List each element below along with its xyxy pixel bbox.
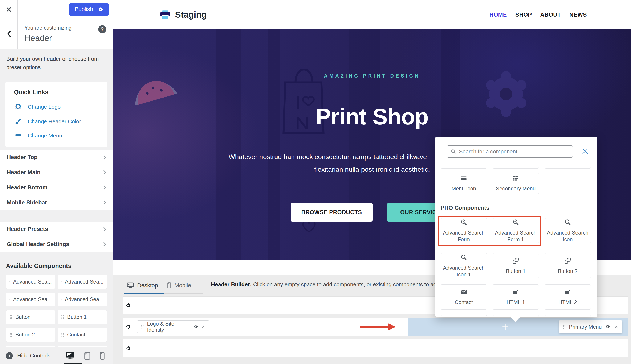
customizing-header-bar: You are customizing Header ? — [0, 19, 113, 49]
browse-products-button[interactable]: BROWSE PRODUCTS — [291, 203, 373, 222]
component-card-advanced-search-form-1[interactable]: Advanced Search Form 1 — [493, 218, 539, 243]
component-card-advanced-search-form[interactable]: Advanced Search Form — [441, 218, 487, 243]
nav-news[interactable]: NEWS — [569, 12, 587, 18]
omega-logo-icon: Ω — [14, 103, 22, 111]
component-chip[interactable]: Advanced Sea... — [6, 275, 55, 289]
component-chip[interactable]: Advanced Sea... — [6, 292, 55, 306]
quick-link-change-menu[interactable]: Change Menu — [14, 132, 99, 139]
builder-row-bottom[interactable] — [123, 339, 628, 357]
quick-link-change-logo[interactable]: Ω Change Logo — [14, 103, 99, 111]
quick-links-card: Quick Links Ω Change Logo Change Header … — [6, 82, 108, 147]
section-label: Header Presets — [7, 226, 48, 232]
hero-tagline: AMAZING PRINT DESIGN — [113, 73, 631, 79]
customizing-label: You are customizing — [25, 25, 72, 31]
component-card-advanced-search-icon-1[interactable]: Advanced Search Icon 1 — [441, 253, 487, 278]
logo-site-identity-component[interactable]: Logo & Site Identity — [137, 320, 209, 333]
gear-icon — [125, 346, 131, 351]
component-chip[interactable]: Advanced Sea... — [58, 292, 107, 306]
available-components-grid: Advanced Sea... Advanced Sea... Advanced… — [6, 275, 107, 360]
chip-label: Advanced Sea... — [65, 279, 104, 285]
hide-controls-button[interactable]: Hide Controls — [6, 352, 51, 360]
card-label: HTML 2 — [557, 299, 579, 306]
builder-hint-bold: Header Builder: — [211, 281, 252, 288]
remove-component-icon[interactable] — [614, 325, 618, 329]
section-label: Mobile Sidebar — [7, 200, 47, 206]
component-card-contact[interactable]: Contact — [441, 284, 487, 310]
pro-components-row-1: Advanced Search Form Advanced Search For… — [441, 218, 597, 243]
component-card-advanced-search-icon[interactable]: Advanced Search Icon — [544, 218, 591, 243]
component-search[interactable] — [447, 146, 573, 158]
component-card-html-2[interactable]: HTML 2 — [544, 284, 591, 310]
panel-title: Header — [25, 34, 72, 43]
collapse-circle-icon — [6, 352, 13, 360]
publish-button[interactable]: Publish — [69, 3, 109, 16]
partial-component-card — [441, 315, 487, 316]
section-header-main[interactable]: Header Main — [0, 165, 113, 180]
drag-handle-icon — [563, 324, 566, 329]
row-settings-button[interactable] — [123, 318, 133, 336]
gear-icon[interactable] — [193, 324, 198, 329]
site-logo[interactable]: Staging — [160, 10, 207, 20]
component-card-html-1[interactable]: HTML 1 — [493, 284, 539, 310]
component-chip[interactable]: Contact — [58, 328, 107, 342]
component-label: Primary Menu — [569, 324, 602, 330]
remove-component-icon[interactable] — [201, 325, 205, 329]
customizer-app: Publish You are customizing Header ? Bui… — [0, 0, 631, 364]
tab-desktop[interactable]: Desktop — [124, 279, 164, 294]
card-label: Button 2 — [556, 268, 579, 275]
hamburger-menu-icon — [14, 132, 22, 139]
mobile-preview-icon[interactable] — [100, 352, 105, 360]
row-drop-area[interactable]: Logo & Site Identity + Primary Menu — [133, 318, 628, 336]
secondary-menu-icon — [512, 175, 519, 182]
quick-link-change-header-color[interactable]: Change Header Color — [14, 118, 99, 125]
card-label: Secondary Menu — [494, 185, 537, 192]
card-label: Menu Icon — [450, 185, 478, 192]
available-components-title: Available Components — [6, 262, 113, 270]
row-drop-area[interactable] — [133, 340, 628, 357]
component-chip[interactable]: Button — [6, 310, 55, 324]
section-label: Global Header Settings — [7, 241, 69, 248]
close-customizer-button[interactable] — [0, 0, 18, 19]
section-header-bottom[interactable]: Header Bottom — [0, 180, 113, 195]
section-header-presets[interactable]: Header Presets — [0, 222, 113, 237]
active-tab-indicator — [124, 292, 164, 294]
section-global-header-settings[interactable]: Global Header Settings — [0, 237, 113, 252]
row-settings-button[interactable] — [123, 340, 133, 357]
component-chip[interactable]: Button 1 — [58, 310, 107, 324]
back-button[interactable] — [0, 19, 18, 48]
header-settings-accordion: Header Presets Global Header Settings — [0, 222, 113, 252]
drag-handle-icon — [10, 332, 12, 337]
drag-handle-icon — [141, 324, 144, 329]
chevron-right-icon — [103, 185, 106, 190]
drag-handle-icon — [10, 315, 12, 320]
component-card-secondary-menu[interactable]: Secondary Menu — [493, 172, 539, 194]
help-icon[interactable]: ? — [98, 25, 106, 33]
desktop-icon — [127, 282, 134, 288]
desktop-preview-icon[interactable] — [66, 352, 75, 360]
section-header-top[interactable]: Header Top — [0, 150, 113, 165]
builder-row-main[interactable]: Logo & Site Identity + Primary Menu — [123, 318, 628, 336]
add-component-plus[interactable]: + — [502, 321, 508, 332]
nav-shop[interactable]: SHOP — [515, 12, 532, 18]
component-card-button-2[interactable]: Button 2 — [544, 253, 591, 278]
component-chip[interactable]: Advanced Sea... — [58, 275, 107, 289]
nav-about[interactable]: ABOUT — [540, 12, 561, 18]
site-header: Staging HOME SHOP ABOUT NEWS — [113, 0, 631, 30]
drag-handle-icon — [61, 332, 64, 337]
component-chip[interactable]: Button 2 — [6, 328, 55, 342]
component-card-button-1[interactable]: Button 1 — [493, 253, 539, 278]
component-search-input[interactable] — [459, 148, 569, 155]
gear-icon[interactable] — [605, 324, 610, 329]
search-icon — [451, 148, 456, 154]
tablet-preview-icon[interactable] — [84, 352, 90, 360]
row-settings-button[interactable] — [123, 296, 133, 314]
drag-handle-icon — [61, 280, 62, 284]
close-popup-icon[interactable] — [581, 148, 589, 155]
quick-links-title: Quick Links — [14, 89, 99, 96]
primary-menu-component[interactable]: Primary Menu — [559, 320, 622, 333]
nav-home[interactable]: HOME — [489, 12, 507, 18]
builder-tabs: Desktop Mobile — [124, 279, 203, 294]
section-mobile-sidebar[interactable]: Mobile Sidebar — [0, 195, 113, 210]
tab-mobile[interactable]: Mobile — [164, 279, 203, 294]
component-card-menu-icon[interactable]: Menu Icon — [441, 172, 487, 194]
